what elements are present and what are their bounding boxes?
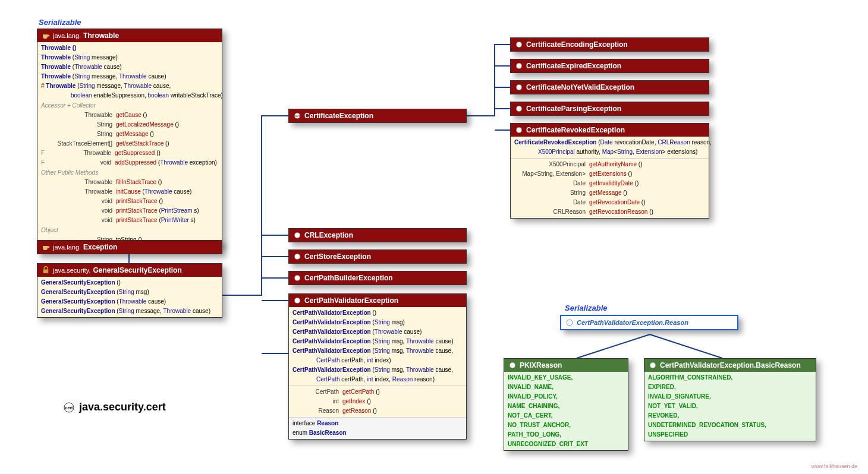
interface-reason[interactable]: CertPathValidatorException.Reason: [560, 315, 738, 330]
class-header: java.lang.Throwable: [37, 29, 222, 42]
cert-icon: [508, 361, 517, 369]
cert-icon: [514, 126, 524, 134]
svg-rect-2: [43, 270, 48, 273]
section-accessor: Accessor + Collector: [37, 102, 222, 109]
cpv-ctors: CertPathValidatorException () CertPathVa…: [289, 307, 466, 385]
enum-pkix-reason[interactable]: PKIXReason INVALID_KEY_USAGE, INVALID_NA…: [504, 358, 628, 451]
class-exception[interactable]: java.lang.Exception: [37, 240, 222, 254]
class-cpb-exception[interactable]: CertPathBuilderException: [288, 271, 467, 285]
cert-icon: [514, 105, 524, 113]
svg-point-6: [294, 254, 300, 260]
class-cert-encoding-ex[interactable]: CertificateEncodingException: [510, 37, 709, 52]
class-cert-revoked-ex[interactable]: CertificateRevokedException CertificateR…: [510, 123, 709, 219]
svg-point-12: [516, 106, 522, 112]
svg-point-15: [510, 362, 515, 368]
enum-basic-reason[interactable]: CertPathValidatorException.BasicReason A…: [644, 358, 816, 441]
cert-icon: [293, 252, 302, 261]
svg-text:cert: cert: [65, 406, 74, 410]
svg-point-8: [294, 298, 300, 304]
class-certstore-exception[interactable]: CertStoreException: [288, 249, 467, 264]
basic-values: ALGORITHM_CONSTRAINED, EXPIRED, INVALID_…: [644, 372, 816, 441]
cpv-inner: interface Reason enum BasicReason: [289, 417, 466, 439]
cert-icon: [514, 40, 524, 49]
cert-icon: [565, 318, 574, 327]
cre-ctor: CertificateRevokedException (Date revoca…: [511, 137, 709, 158]
class-crl-exception[interactable]: CRLException: [288, 228, 467, 242]
cert-icon: [514, 83, 524, 91]
serializable-label-2: Serializable: [565, 304, 608, 312]
cpv-methods: CertPathgetCertPath () intgetIndex () Re…: [289, 385, 466, 417]
svg-point-5: [294, 232, 300, 238]
section-other: Other Public Methods: [37, 169, 222, 176]
cert-icon: cert: [62, 402, 76, 413]
svg-point-11: [516, 84, 522, 90]
cert-icon: [293, 231, 302, 239]
svg-text:cert: cert: [295, 115, 300, 118]
cert-icon: cert: [293, 112, 302, 120]
gse-ctors: GeneralSecurityException () GeneralSecur…: [37, 277, 222, 317]
cre-methods: X500PrincipalgetAuthorityName () Map<Str…: [511, 158, 709, 218]
cert-icon: [648, 361, 658, 369]
throwable-accessors: ThrowablegetCause () StringgetLocalizedM…: [37, 109, 222, 169]
cup-icon: [41, 243, 51, 251]
cert-icon: [293, 274, 302, 282]
class-cert-exception[interactable]: certCertificateException: [288, 109, 467, 123]
cert-icon: [293, 296, 302, 305]
class-cpv-exception[interactable]: CertPathValidatorException CertPathValid…: [288, 293, 467, 440]
svg-point-10: [516, 63, 522, 69]
section-object: Object: [37, 226, 222, 234]
watermark: www.falkhausen.de: [811, 463, 857, 469]
class-cert-expired-ex[interactable]: CertificateExpiredException: [510, 59, 709, 73]
class-cert-nyv-ex[interactable]: CertificateNotYetValidException: [510, 80, 709, 94]
svg-point-14: [567, 320, 573, 326]
cup-icon: [41, 31, 51, 40]
cert-icon: [514, 62, 524, 70]
class-throwable[interactable]: java.lang.Throwable Throwable () Throwab…: [37, 29, 222, 247]
class-gse[interactable]: java.security.GeneralSecurityException G…: [37, 263, 222, 318]
serializable-label-1: Serializable: [39, 18, 81, 27]
pkix-values: INVALID_KEY_USAGE, INVALID_NAME, INVALID…: [504, 372, 628, 450]
lock-icon: [41, 266, 51, 274]
svg-point-16: [650, 362, 656, 368]
package-label: cert java.security.cert: [62, 401, 166, 413]
throwable-others: ThrowablefillInStackTrace () Throwablein…: [37, 176, 222, 226]
throwable-ctors: Throwable () Throwable (String message) …: [37, 42, 222, 102]
svg-point-7: [294, 275, 300, 281]
class-cert-parsing-ex[interactable]: CertificateParsingException: [510, 102, 709, 116]
svg-point-9: [516, 42, 522, 48]
svg-point-13: [516, 127, 522, 133]
